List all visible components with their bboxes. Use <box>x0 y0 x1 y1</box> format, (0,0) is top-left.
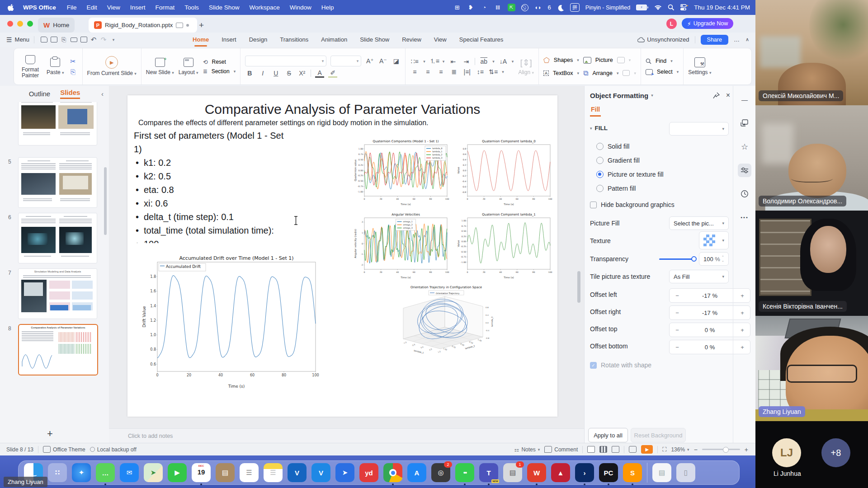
decrease-indent-icon[interactable]: ⇤ <box>448 58 458 65</box>
radio-solid-fill[interactable]: Solid fill <box>596 143 629 150</box>
radio-gradient-fill[interactable]: Gradient fill <box>596 157 640 164</box>
hide-background-checkbox[interactable]: Hide background graphics <box>590 201 675 208</box>
menu-item-insert[interactable]: Insert <box>125 4 151 11</box>
safari-icon[interactable]: ✦ <box>72 463 91 482</box>
print-icon[interactable] <box>69 35 79 44</box>
numbered-list-icon[interactable]: ⒈≡ <box>429 57 439 66</box>
align-left-icon[interactable]: ≡ <box>410 68 419 75</box>
upgrade-now-button[interactable]: ⚡ Upgrade Now <box>682 18 733 29</box>
clip-icon[interactable]: ⎘ <box>59 35 69 44</box>
open-file-icon[interactable] <box>39 35 49 44</box>
participant-tile-5[interactable]: LJ+8Li Junhua <box>755 421 868 488</box>
redo-icon[interactable]: ↷ <box>99 35 108 44</box>
font-size-select[interactable]: ▾ <box>330 56 361 66</box>
calendar-icon[interactable]: DEC19 <box>192 463 211 482</box>
arrange-button[interactable]: ⧉Arrange▾ <box>583 69 618 77</box>
spotlight-search-icon[interactable] <box>668 4 675 11</box>
from-current-slide-button[interactable]: ▶ From Current Slide ▾ <box>87 56 137 77</box>
align-objects-button[interactable]: [⇕] Align ▾ <box>518 57 534 76</box>
close-panel-icon[interactable]: × <box>726 91 730 99</box>
teams-icon[interactable]: TNEW <box>479 463 498 482</box>
reset-background-button[interactable]: Reset Background <box>631 428 686 442</box>
paste-button[interactable]: Paste ▾ <box>47 57 64 76</box>
pin-panel-icon[interactable] <box>713 92 720 99</box>
window-tiles-icon[interactable]: ⊞ <box>453 4 461 11</box>
collapse-ribbon-icon[interactable]: ∧ <box>745 37 749 42</box>
slide-8[interactable]: Comparative Analysis of Parameter Variat… <box>127 95 557 417</box>
bullet-list-icon[interactable]: ∷≡ <box>410 58 419 65</box>
notes-bar[interactable]: Click to add notes <box>109 428 603 443</box>
tab-slides[interactable]: Slides <box>60 89 80 99</box>
contacts-icon[interactable]: ▤ <box>216 463 235 482</box>
save-icon[interactable] <box>49 35 59 44</box>
wps-icon[interactable]: W <box>527 463 546 482</box>
new-tab-button[interactable]: + <box>193 18 209 33</box>
zoom-out-button[interactable]: − <box>694 446 698 453</box>
ribbon-tab-view[interactable]: View <box>434 33 447 47</box>
slide-thumbnail-4[interactable] <box>18 102 97 145</box>
slide-thumbnail-5[interactable] <box>18 157 97 208</box>
tile-picture-select[interactable]: As Fill▾ <box>669 270 729 283</box>
line-spacing-icon[interactable]: ↕≡ <box>476 68 485 75</box>
section-button[interactable]: ≣Section ▾ <box>203 68 236 75</box>
maps-icon[interactable]: ➤ <box>144 463 163 482</box>
slide-thumbnail-8-selected[interactable]: Comparative Analysis of Parameter Variat… <box>18 324 98 375</box>
transparency-slider-knob[interactable] <box>691 256 697 262</box>
rotate-with-shape-checkbox[interactable]: ✓Rotate with shape <box>590 361 651 369</box>
close-window-button[interactable] <box>7 21 13 27</box>
tab-home[interactable]: W Home <box>38 18 75 33</box>
appstore-icon[interactable]: A <box>407 463 426 482</box>
slide-thumbnail-6[interactable] <box>18 213 97 263</box>
settings-button[interactable]: ⚒ Settings ▾ <box>688 57 711 76</box>
office-theme-button[interactable]: Office Theme <box>43 446 85 453</box>
play-settings-icon[interactable] <box>629 446 637 453</box>
ribbon-tab-animation[interactable]: Animation <box>321 33 347 47</box>
comment-button[interactable]: Comment <box>544 446 578 453</box>
wechat-icon[interactable]: ●● <box>455 463 474 482</box>
undo-icon[interactable]: ↶ <box>89 35 99 44</box>
texture-select[interactable]: ▾ <box>699 231 729 249</box>
youdao-icon[interactable]: yd <box>359 463 378 482</box>
text-direction-icon[interactable]: ↓A <box>499 58 508 65</box>
zoom-slider-knob[interactable] <box>723 447 729 453</box>
chrome-icon[interactable] <box>383 463 402 482</box>
tab-outline[interactable]: Outline <box>29 90 51 98</box>
participant-tile-4[interactable]: Zhang Liyuan <box>755 316 868 421</box>
equalizer-icon[interactable]: ‖‖ <box>494 4 502 11</box>
control-center-icon[interactable] <box>680 4 688 11</box>
increase-indent-icon[interactable]: ⇥ <box>462 58 471 65</box>
menu-item-tools[interactable]: Tools <box>179 4 204 11</box>
apply-to-all-button[interactable]: Apply to all <box>588 428 628 442</box>
find-button[interactable]: Find▾ <box>646 58 679 64</box>
stepper-minus-button[interactable]: − <box>670 310 685 316</box>
reset-button[interactable]: ⟲Reset <box>203 59 226 66</box>
ribbon-tab-home[interactable]: Home <box>193 33 209 47</box>
input-method-icon[interactable]: 拼 <box>570 3 580 12</box>
network-blocker-icon[interactable]: ⃠ <box>521 4 528 11</box>
share-button[interactable]: Share <box>701 35 728 45</box>
docs-blue-icon[interactable]: V <box>288 463 307 482</box>
minimize-window-button[interactable] <box>17 21 23 27</box>
increase-font-icon[interactable]: A⁺ <box>365 57 374 65</box>
copy-icon[interactable]: ⎘ <box>69 68 78 76</box>
participant-tile-2[interactable]: Володимир Олександров... <box>755 105 868 211</box>
character-border-icon[interactable]: ab <box>479 58 488 65</box>
overflow-count-badge[interactable]: +8 <box>821 438 850 467</box>
more-options-icon[interactable]: … <box>734 36 740 43</box>
fill-section-header[interactable]: FILL <box>595 125 608 131</box>
select-button[interactable]: ➤Select▾ <box>646 69 679 75</box>
main-menu-button[interactable]: ☰Menu <box>6 36 29 43</box>
sublime-icon[interactable]: S <box>623 463 642 482</box>
print-preview-icon[interactable] <box>79 35 89 44</box>
distribute-icon[interactable]: |≡| <box>462 68 472 75</box>
superscript-button[interactable]: X² <box>297 70 307 77</box>
bold-button[interactable]: B <box>245 70 254 77</box>
transparency-slider[interactable] <box>659 258 694 260</box>
transparency-input[interactable]: 100%⌃⌄ <box>699 252 729 266</box>
mail-icon[interactable]: ✉ <box>120 463 139 482</box>
picture-button[interactable]: Picture <box>583 57 613 64</box>
reading-view-icon[interactable] <box>612 446 619 453</box>
paperplane-icon[interactable]: ➤ <box>335 463 354 482</box>
menu-item-window[interactable]: Window <box>285 4 316 11</box>
trash-icon[interactable]: ▯ <box>676 463 695 482</box>
